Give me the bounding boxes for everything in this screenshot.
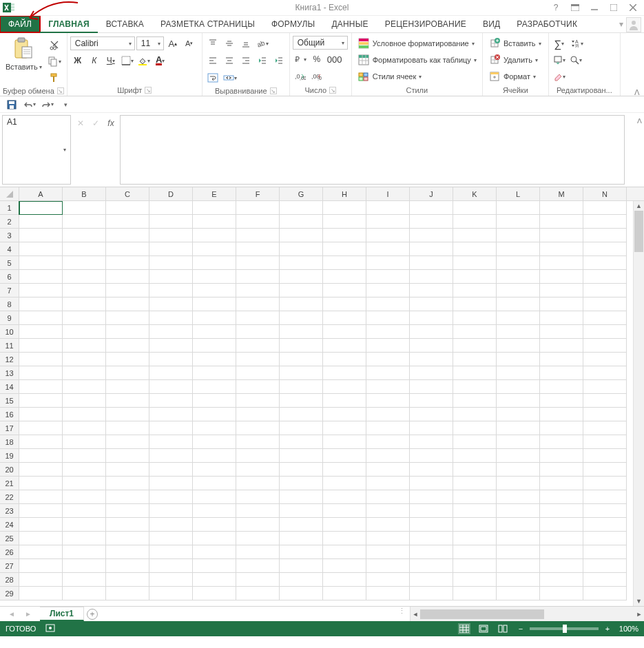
cell[interactable] xyxy=(323,229,366,242)
cell[interactable] xyxy=(366,297,410,311)
cell[interactable] xyxy=(410,215,453,229)
cell[interactable] xyxy=(366,587,410,600)
cell[interactable] xyxy=(193,573,236,587)
cell[interactable] xyxy=(106,504,149,518)
cell[interactable] xyxy=(280,518,323,532)
cell[interactable] xyxy=(410,518,453,532)
cell[interactable] xyxy=(19,284,63,297)
cell[interactable] xyxy=(280,380,323,394)
cell[interactable] xyxy=(323,270,366,284)
normal-view-icon[interactable] xyxy=(458,623,470,634)
cell[interactable] xyxy=(366,353,410,366)
cell[interactable] xyxy=(323,477,366,490)
cell[interactable] xyxy=(193,270,236,284)
cell[interactable] xyxy=(497,339,540,353)
cell[interactable] xyxy=(410,284,453,297)
column-header[interactable]: L xyxy=(497,187,540,200)
cell[interactable] xyxy=(323,353,366,366)
cell[interactable] xyxy=(583,573,627,587)
tab-review[interactable]: РЕЦЕНЗИРОВАНИЕ xyxy=(377,16,475,32)
cell[interactable] xyxy=(19,394,63,408)
cell[interactable] xyxy=(583,408,627,421)
row-header[interactable]: 28 xyxy=(0,573,19,587)
cell[interactable] xyxy=(236,504,280,518)
clear-button[interactable]: ▾ xyxy=(552,69,567,84)
insert-cells-button[interactable]: Вставить▾ xyxy=(486,36,544,51)
cell[interactable] xyxy=(236,215,280,229)
cell[interactable] xyxy=(453,284,497,297)
cell[interactable] xyxy=(106,353,149,366)
cell[interactable] xyxy=(149,201,193,215)
cell[interactable] xyxy=(366,311,410,325)
cell[interactable] xyxy=(63,201,106,215)
row-header[interactable]: 4 xyxy=(0,242,19,256)
ribbon-display-icon[interactable] xyxy=(567,1,583,14)
cell[interactable] xyxy=(540,587,583,600)
cell[interactable] xyxy=(19,421,63,435)
cell[interactable] xyxy=(366,325,410,339)
cell[interactable] xyxy=(410,270,453,284)
cell[interactable] xyxy=(540,201,583,215)
cell[interactable] xyxy=(63,311,106,325)
zoom-track[interactable] xyxy=(530,627,599,630)
column-header[interactable]: I xyxy=(366,187,410,200)
row-header[interactable]: 18 xyxy=(0,435,19,449)
cell[interactable] xyxy=(193,518,236,532)
cell[interactable] xyxy=(323,504,366,518)
cell[interactable] xyxy=(583,353,627,366)
bold-button[interactable]: Ж xyxy=(70,53,85,68)
cell[interactable] xyxy=(583,201,627,215)
row-header[interactable]: 6 xyxy=(0,270,19,284)
cell[interactable] xyxy=(193,256,236,270)
cell[interactable] xyxy=(497,311,540,325)
cell[interactable] xyxy=(410,477,453,490)
cell[interactable] xyxy=(323,408,366,421)
cell[interactable] xyxy=(280,311,323,325)
tab-insert[interactable]: ВСТАВКА xyxy=(98,16,152,32)
cell[interactable] xyxy=(280,366,323,380)
row-header[interactable]: 26 xyxy=(0,545,19,559)
cell[interactable] xyxy=(323,490,366,504)
conditional-formatting-button[interactable]: Условное форматирование▾ xyxy=(355,36,479,51)
cell[interactable] xyxy=(149,366,193,380)
cell[interactable] xyxy=(323,559,366,573)
scrollbar-thumb[interactable] xyxy=(634,211,643,252)
cell[interactable] xyxy=(19,545,63,559)
row-header[interactable]: 17 xyxy=(0,421,19,435)
row-header[interactable]: 19 xyxy=(0,449,19,463)
cell[interactable] xyxy=(540,421,583,435)
tab-splitter[interactable]: ⋮ xyxy=(394,607,410,621)
clipboard-launcher-icon[interactable]: ↘ xyxy=(57,87,64,94)
tab-view[interactable]: ВИД xyxy=(475,16,508,32)
cell[interactable] xyxy=(497,435,540,449)
cell[interactable] xyxy=(193,587,236,600)
cell[interactable] xyxy=(497,559,540,573)
cell[interactable] xyxy=(366,408,410,421)
cell[interactable] xyxy=(149,559,193,573)
cell[interactable] xyxy=(149,477,193,490)
cell[interactable] xyxy=(583,545,627,559)
cell[interactable] xyxy=(19,215,63,229)
cell[interactable] xyxy=(63,518,106,532)
cell[interactable] xyxy=(540,339,583,353)
cell[interactable] xyxy=(410,449,453,463)
cell[interactable] xyxy=(453,504,497,518)
cell[interactable] xyxy=(19,353,63,366)
zoom-in-button[interactable]: + xyxy=(603,625,612,633)
row-header[interactable]: 23 xyxy=(0,504,19,518)
cell[interactable] xyxy=(106,339,149,353)
cell[interactable] xyxy=(149,311,193,325)
cell[interactable] xyxy=(323,435,366,449)
italic-button[interactable]: К xyxy=(87,53,102,68)
hscrollbar-thumb[interactable] xyxy=(420,609,544,619)
cell[interactable] xyxy=(583,311,627,325)
cell[interactable] xyxy=(63,504,106,518)
cell[interactable] xyxy=(280,284,323,297)
formula-enter-icon[interactable]: ✓ xyxy=(88,116,103,131)
cell[interactable] xyxy=(236,380,280,394)
cell[interactable] xyxy=(583,435,627,449)
tab-formulas[interactable]: ФОРМУЛЫ xyxy=(263,16,323,32)
cell[interactable] xyxy=(497,284,540,297)
cell[interactable] xyxy=(540,559,583,573)
row-header[interactable]: 29 xyxy=(0,587,19,600)
